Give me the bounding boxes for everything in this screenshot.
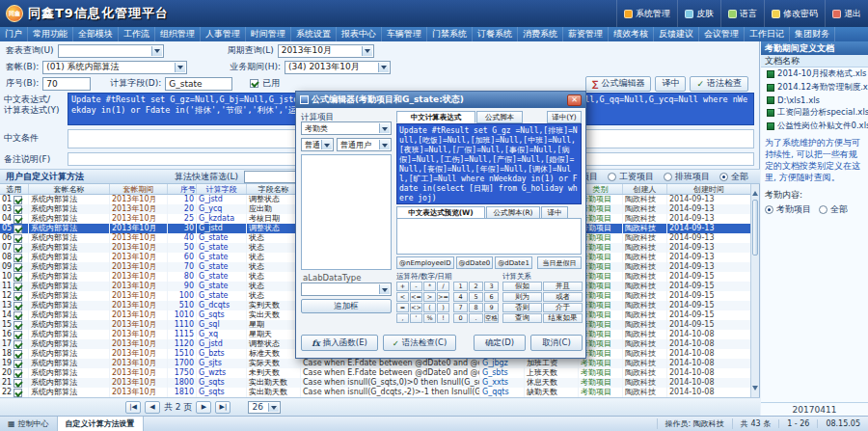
column-header[interactable]: 创建时间: [667, 184, 751, 194]
table-scrollbar[interactable]: [750, 184, 759, 397]
last-page-button[interactable]: ▶|: [215, 401, 231, 414]
filter-radio[interactable]: 全部: [719, 171, 748, 183]
scrollbar-thumb[interactable]: [752, 200, 758, 256]
topbar-action-logout[interactable]: 退出: [825, 0, 868, 27]
dialog-translate-button[interactable]: 译中(Y): [547, 111, 582, 123]
seq-input[interactable]: 70: [42, 77, 91, 91]
ok-button[interactable]: 确定(D): [474, 335, 526, 351]
operator-key[interactable]: (: [423, 303, 436, 312]
relation-button[interactable]: 结束如果: [543, 313, 583, 323]
operator-key[interactable]: ,: [396, 313, 409, 323]
menu-item[interactable]: 集团财务: [790, 27, 835, 41]
file-item[interactable]: 工资问题分析special.xls: [761, 106, 868, 120]
topbar-action-skin[interactable]: 皮肤: [677, 0, 720, 27]
variable-button[interactable]: @dDate1: [495, 256, 532, 269]
formula-code-editor[interactable]: Update #tResult set G_gz =Null,[排班]=Null…: [396, 123, 582, 204]
file-item[interactable]: 公益性岗位补贴文件0.xlsx: [761, 120, 868, 133]
numpad-key[interactable]: 4: [453, 292, 468, 302]
row-checkbox[interactable]: [14, 379, 22, 388]
row-checkbox[interactable]: [14, 360, 22, 368]
menu-item[interactable]: 常用功能: [28, 27, 73, 41]
used-checkbox[interactable]: [250, 79, 258, 88]
operator-key[interactable]: !: [437, 313, 449, 323]
dialog-close-button[interactable]: ✕: [567, 94, 582, 106]
data-item-list[interactable]: [301, 154, 392, 270]
dialog-titlebar[interactable]: 公式编辑器(考勤项目和G_state:状态) ✕: [296, 92, 585, 108]
page-size-select[interactable]: 26: [248, 401, 281, 414]
row-checkbox[interactable]: [14, 263, 22, 272]
operator-key[interactable]: >=: [437, 292, 449, 302]
operator-key[interactable]: +: [396, 282, 409, 291]
append-button[interactable]: 追加框: [301, 299, 392, 313]
operator-key[interactable]: =: [396, 303, 409, 312]
numpad-key[interactable]: 7: [453, 303, 468, 312]
topbar-action-system-admin[interactable]: 系统管理: [616, 0, 677, 27]
file-item[interactable]: D:\xls1.xls: [761, 94, 868, 106]
syntax-check-button[interactable]: ✓ 语法检查: [690, 76, 748, 92]
table-row[interactable]: 20系统内部算法2013年10月1750G_wzts未到天数Case when …: [0, 368, 751, 378]
operator-key[interactable]: ': [410, 313, 422, 323]
first-page-button[interactable]: |◀: [125, 401, 141, 414]
operator-key[interactable]: %: [423, 313, 436, 323]
row-checkbox[interactable]: [14, 273, 22, 282]
menu-item[interactable]: 报表中心: [337, 27, 382, 41]
row-checkbox[interactable]: [14, 234, 22, 243]
relation-button[interactable]: 并且: [543, 282, 583, 291]
menu-item[interactable]: 薪资管理: [563, 27, 609, 41]
operator-key[interactable]: <: [396, 292, 409, 302]
relation-button[interactable]: 否则: [502, 303, 542, 312]
operator-key[interactable]: *: [423, 282, 436, 291]
holiday-button[interactable]: 当日是假日: [537, 256, 582, 269]
relation-button[interactable]: 假如: [502, 282, 542, 291]
operator-key[interactable]: <>: [410, 303, 422, 312]
numpad-key[interactable]: 9: [484, 303, 499, 312]
column-header[interactable]: 序号: [168, 184, 197, 194]
insert-function-button[interactable]: fx 插入函数(E): [301, 335, 378, 351]
prev-page-button[interactable]: ◀: [145, 401, 160, 414]
row-checkbox[interactable]: [14, 283, 22, 291]
scroll-up-icon[interactable]: [752, 188, 758, 196]
row-checkbox[interactable]: [14, 369, 22, 378]
numpad-key[interactable]: 空格: [484, 313, 499, 323]
row-checkbox[interactable]: [14, 321, 22, 330]
row-checkbox[interactable]: [14, 205, 22, 214]
translate-button[interactable]: 译中: [655, 76, 686, 92]
menu-item[interactable]: 全部模块: [73, 27, 119, 41]
panel-radio[interactable]: 全部: [819, 203, 848, 216]
row-checkbox[interactable]: [14, 215, 22, 224]
numpad-key[interactable]: 3: [484, 282, 499, 291]
period-query-select[interactable]: 2013年10月: [278, 44, 374, 58]
formula-editor-button[interactable]: ∑ 公式编辑器: [585, 76, 651, 92]
row-checkbox[interactable]: [14, 292, 22, 301]
menu-item[interactable]: 工作日记: [745, 27, 790, 41]
numpad-key[interactable]: .: [469, 313, 483, 323]
relation-button[interactable]: 介于: [543, 303, 583, 312]
user-type-select[interactable]: 普通用户: [337, 138, 392, 151]
column-header[interactable]: 字段名称: [247, 184, 301, 194]
append-select[interactable]: [301, 283, 392, 296]
operator-key[interactable]: -: [410, 282, 422, 291]
scroll-down-icon[interactable]: [752, 386, 758, 393]
row-checkbox[interactable]: [14, 302, 22, 310]
row-checkbox[interactable]: [14, 225, 22, 233]
column-header[interactable]: 计算字段: [197, 184, 247, 194]
variable-button[interactable]: @nEmployeeID: [396, 256, 454, 269]
table-row[interactable]: 22系统内部算法2013年10月1810G_sqts实出勤天数Case when…: [0, 388, 751, 397]
dialog-syntax-check-button[interactable]: ✓ 语法检查(C): [383, 335, 456, 351]
row-checkbox[interactable]: [14, 244, 22, 253]
tab-cn-expression[interactable]: 中文计算表达式: [396, 111, 475, 123]
table-row[interactable]: 21系统内部算法2013年10月1800G_sqts实出勤天数Case when…: [0, 378, 751, 388]
row-checkbox[interactable]: [14, 350, 22, 359]
row-checkbox[interactable]: [14, 331, 22, 339]
row-checkbox[interactable]: [14, 340, 22, 349]
menu-item[interactable]: 门户: [0, 27, 28, 41]
menu-item[interactable]: 系统设置: [291, 27, 337, 41]
menu-item[interactable]: 人事管理: [201, 27, 246, 41]
menu-item[interactable]: 绩效考核: [609, 27, 654, 41]
menu-item[interactable]: 订餐系统: [473, 27, 518, 41]
operator-key[interactable]: >: [423, 292, 436, 302]
menu-item[interactable]: 会议管理: [699, 27, 745, 41]
filter-radio[interactable]: 工资项目: [608, 171, 654, 183]
user-level-select[interactable]: 普通: [301, 138, 334, 151]
calc-field-input[interactable]: G_state: [165, 77, 232, 91]
